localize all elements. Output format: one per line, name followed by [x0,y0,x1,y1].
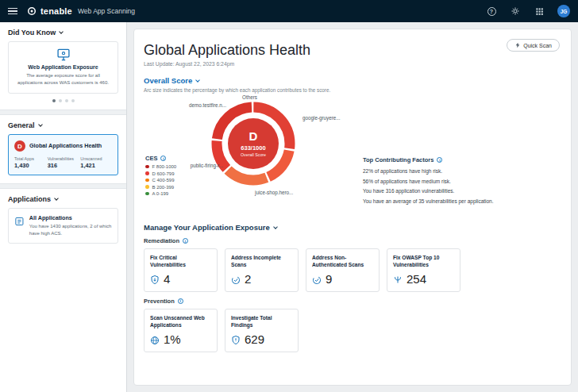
web-app-exposure-icon [56,48,71,61]
donut-label-juice-shop: juice-shop.hero... [255,190,293,195]
card-address-incomplete-scans[interactable]: Address Incomplete Scans 2 [225,248,299,292]
score-center: D 633/1000 Overall Score [228,118,279,169]
globe-icon [150,336,160,345]
ces-title: CES [145,155,157,162]
legend-row: D 600-799 [145,171,176,176]
brand-name: tenable [40,6,72,16]
legend-dot [145,179,149,183]
factor-item: 56% of applications have medium risk. [363,177,561,187]
stat-total-apps: Total Apps 1,430 [14,156,46,169]
carousel-dot[interactable] [65,99,68,102]
section-divider [0,183,126,189]
manage-exposure-header[interactable]: Manage Your Application Exposure [144,223,561,232]
page-title: Global Applications Health [144,42,561,59]
all-applications-text: You have 1430 applications, 2 of which h… [29,223,112,237]
app-grid-icon[interactable] [534,6,545,17]
section-divider [0,110,126,115]
metric-value: 4 [164,273,170,285]
carousel-dot[interactable] [52,99,56,102]
legend-row: F 800-1000 [145,164,176,169]
factor-item: You have 316 application vulnerabilities… [363,186,561,197]
all-applications-title: All Applications [29,214,112,221]
lightning-icon [514,42,521,48]
score-label: Overall Score [241,152,266,157]
did-you-know-card[interactable]: Web Application Exposure The average exp… [8,41,118,94]
stat-vulnerabilities: Vulnerabilities 316 [48,156,79,169]
factor-item: 22% of applications have high risk. [363,167,561,177]
quick-scan-label: Quick Scan [523,43,552,48]
dashboard-card-title: Global Applications Health [29,143,102,150]
metric-value: 254 [407,273,426,285]
applications-title: Applications [8,195,51,203]
card-investigate-total-findings[interactable]: Investigate Total Findings 629 [225,309,299,352]
user-avatar[interactable]: JG [557,5,570,17]
factor-item: You have an average of 35 vulnerabilitie… [363,197,561,207]
general-title: General [8,121,35,129]
help-icon[interactable] [486,6,497,17]
legend-dot [145,192,149,196]
legend-row: B 200-399 [145,185,176,190]
score-donut-chart[interactable]: D 633/1000 Overall Score [207,98,299,190]
info-icon[interactable] [178,298,183,304]
chevron-down-icon [59,29,64,34]
legend-row: A 0-199 [145,191,176,196]
sidebar-item-all-applications[interactable]: All Applications You have 1430 applicati… [8,208,118,244]
legend-dot [145,171,149,175]
donut-label-others: Others [242,94,257,100]
carousel-dot[interactable] [71,99,75,102]
metric-value: 629 [245,333,264,345]
remediation-label: Remediation [144,237,561,244]
tenable-logo[interactable]: tenable Web App Scanning [27,6,135,16]
metric-title: Address Non-Authenticated Scans [312,255,373,269]
overall-score-subtitle: Arc size indicates the percentage by whi… [144,87,561,93]
factors-title: Top Contributing Factors [363,156,434,163]
topbar: tenable Web App Scanning JG [0,0,578,22]
metric-value: 9 [326,273,332,285]
non-authenticated-scan-icon [312,275,322,285]
chevron-down-icon [54,196,59,201]
top-contributing-factors: Top Contributing Factors 22% of applicat… [363,156,561,207]
prevention-cards: Scan Unscanned Web Applications 1% Inves… [144,309,561,352]
ces-legend: CES F 800-1000 D 600-799 C 400-599 [145,155,176,198]
card-address-non-authenticated-scans[interactable]: Address Non-Authenticated Scans 9 [306,248,380,292]
legend-row: C 400-599 [145,178,176,183]
info-icon[interactable] [437,157,442,163]
donut-label-google-gruyere: google-gruyere... [302,115,341,121]
general-header[interactable]: General [0,115,126,134]
metric-title: Investigate Total Findings [231,315,292,329]
sidebar-item-global-applications-health[interactable]: D Global Applications Health Total Apps … [8,134,118,175]
carousel-dot[interactable] [59,99,62,102]
shield-icon [231,335,241,345]
menu-icon[interactable] [8,8,17,15]
prevention-label: Prevention [144,298,561,305]
product-name: Web App Scanning [78,7,135,15]
legend-dot [145,185,149,189]
info-icon[interactable] [183,238,188,244]
card-scan-unscanned-web-applications[interactable]: Scan Unscanned Web Applications 1% [144,309,218,352]
card-fix-critical-vulnerabilities[interactable]: Fix Critical Vulnerabilities 4 [144,248,218,292]
stat-unscanned: Unscanned 1,421 [80,156,112,169]
last-update: Last Update: August 22, 2023 6:24pm [144,61,561,67]
tenable-logo-icon [27,6,37,16]
chevron-down-icon [195,78,200,83]
info-icon[interactable] [160,156,166,161]
did-you-know-header[interactable]: Did You Know [0,22,126,41]
metric-title: Address Incomplete Scans [231,255,292,269]
metric-title: Scan Unscanned Web Applications [150,315,211,329]
did-you-know-card-text: The average exposure score for all appli… [13,72,113,86]
dashboard-card: Quick Scan Global Applications Health La… [133,29,572,386]
settings-gear-icon[interactable] [510,6,521,17]
overall-score-header[interactable]: Overall Score [144,76,561,85]
score-value: 633/1000 [241,144,265,152]
remediation-cards: Fix Critical Vulnerabilities 4 Address I… [144,248,561,292]
metric-value: 1% [164,333,181,345]
sidebar: Did You Know Web Application Exposure Th… [0,22,127,392]
donut-label-demo-testfire: demo.testfire.n... [158,102,226,108]
carousel-dots [0,94,126,110]
applications-header[interactable]: Applications [0,189,126,208]
owasp-wasp-icon [393,275,403,285]
card-fix-owasp-top10[interactable]: Fix OWASP Top 10 Vulnerabilities 254 [387,248,460,292]
quick-scan-button[interactable]: Quick Scan [507,39,560,52]
metric-title: Fix Critical Vulnerabilities [150,255,211,269]
metric-value: 2 [245,273,251,285]
